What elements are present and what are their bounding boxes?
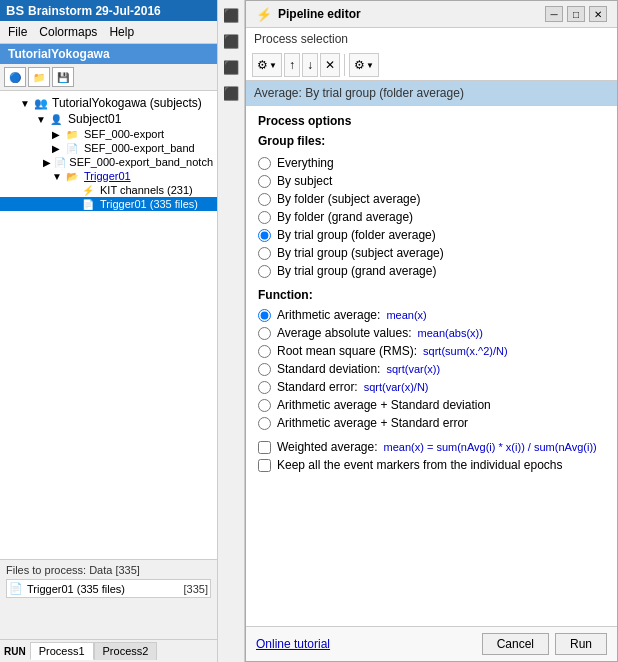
side-icon-3[interactable]: ⬛ — [220, 56, 242, 78]
side-icon-1[interactable]: ⬛ — [220, 4, 242, 26]
function-radios: Arithmetic average: mean(x) Average abso… — [258, 308, 605, 430]
expand-root[interactable]: ▼ — [20, 98, 34, 109]
radio-arith-stderr-label: Arithmetic average + Standard error — [277, 416, 468, 430]
tree-label-kit: KIT channels (231) — [100, 184, 193, 196]
maximize-button[interactable]: □ — [567, 6, 585, 22]
radio-by-subject[interactable]: By subject — [258, 174, 605, 188]
radio-by-trial-folder-label: By trial group (folder average) — [277, 228, 436, 242]
side-icons-panel: ⬛ ⬛ ⬛ ⬛ — [218, 0, 245, 662]
checkbox-weighted-avg-label: Weighted average: — [277, 440, 378, 454]
radio-by-trial-grand-input[interactable] — [258, 265, 271, 278]
radio-by-folder-grand-input[interactable] — [258, 211, 271, 224]
radio-by-folder-subject[interactable]: By folder (subject average) — [258, 192, 605, 206]
checkbox-weighted-avg[interactable]: Weighted average: mean(x) = sum(nAvg(i) … — [258, 440, 605, 454]
expand-raw1[interactable]: ▶ — [52, 143, 66, 154]
expand-subject01[interactable]: ▼ — [36, 114, 50, 125]
process-options-label: Process options — [258, 114, 605, 128]
tree-node-raw2[interactable]: ▶ 📄 SEF_000-export_band_notch — [0, 155, 217, 169]
menu-help[interactable]: Help — [107, 23, 136, 41]
move-down-button[interactable]: ↓ — [302, 53, 318, 77]
expand-trigger01[interactable]: ▼ — [52, 171, 66, 182]
process-toolbar: ⚙ ▼ ↑ ↓ ✕ ⚙ ▼ — [246, 50, 617, 81]
run-button[interactable]: Run — [555, 633, 607, 655]
tree-label-raw1: SEF_000-export_band — [84, 142, 195, 154]
raw-icon-2: 📄 — [54, 157, 67, 168]
gear-dropdown-button[interactable]: ⚙ ▼ — [252, 53, 282, 77]
checkbox-weighted-avg-input[interactable] — [258, 441, 271, 454]
formula-std-dev: sqrt(var(x)) — [386, 363, 440, 375]
radio-by-trial-folder-input[interactable] — [258, 229, 271, 242]
files-to-process-label: Files to process: Data [335] — [6, 564, 211, 576]
app-logo: BS — [6, 3, 24, 18]
radio-rms-input[interactable] — [258, 345, 271, 358]
radio-std-err-input[interactable] — [258, 381, 271, 394]
minimize-button[interactable]: ─ — [545, 6, 563, 22]
side-icon-4[interactable]: ⬛ — [220, 82, 242, 104]
radio-everything[interactable]: Everything — [258, 156, 605, 170]
checkbox-keep-events[interactable]: Keep all the event markers from the indi… — [258, 458, 605, 472]
tree-node-trigger01[interactable]: ▼ 📂 Trigger01 — [0, 169, 217, 183]
tree-btn-3[interactable]: 💾 — [52, 67, 74, 87]
radio-std-dev[interactable]: Standard deviation: sqrt(var(x)) — [258, 362, 605, 376]
tree-label-root: TutorialYokogawa (subjects) — [52, 96, 202, 110]
cancel-button[interactable]: Cancel — [482, 633, 549, 655]
radio-by-subject-input[interactable] — [258, 175, 271, 188]
radio-by-folder-grand[interactable]: By folder (grand average) — [258, 210, 605, 224]
formula-weighted: mean(x) = sum(nAvg(i) * x(i)) / sum(nAvg… — [384, 441, 597, 453]
expand-sef[interactable]: ▶ — [52, 129, 66, 140]
radio-arith-std-label: Arithmetic average + Standard deviation — [277, 398, 491, 412]
side-icon-2[interactable]: ⬛ — [220, 30, 242, 52]
tree-node-subject01[interactable]: ▼ 👤 Subject01 — [0, 111, 217, 127]
dialog-title-icon: ⚡ — [256, 7, 272, 22]
tree-node-root[interactable]: ▼ 👥 TutorialYokogawa (subjects) — [0, 95, 217, 111]
files-item-text: Trigger01 (335 files) — [27, 583, 180, 595]
tab-process1[interactable]: Process1 — [30, 642, 94, 660]
group-files-radios: Everything By subject By folder (subject… — [258, 156, 605, 278]
tree-label-trigger01: Trigger01 — [84, 170, 131, 182]
radio-everything-input[interactable] — [258, 157, 271, 170]
radio-arith-std[interactable]: Arithmetic average + Standard deviation — [258, 398, 605, 412]
formula-arith-mean: mean(x) — [386, 309, 426, 321]
close-button[interactable]: ✕ — [589, 6, 607, 22]
radio-arith-mean[interactable]: Arithmetic average: mean(x) — [258, 308, 605, 322]
radio-arith-stderr[interactable]: Arithmetic average + Standard error — [258, 416, 605, 430]
online-tutorial-button[interactable]: Online tutorial — [256, 637, 330, 651]
delete-button[interactable]: ✕ — [320, 53, 340, 77]
radio-by-trial-subject[interactable]: By trial group (subject average) — [258, 246, 605, 260]
radio-by-folder-subject-label: By folder (subject average) — [277, 192, 420, 206]
radio-by-trial-subject-input[interactable] — [258, 247, 271, 260]
tree-label-sef: SEF_000-export — [84, 128, 164, 140]
options-dropdown-button[interactable]: ⚙ ▼ — [349, 53, 379, 77]
radio-rms[interactable]: Root mean square (RMS): sqrt(sum(x.^2)/N… — [258, 344, 605, 358]
tree-btn-1[interactable]: 🔵 — [4, 67, 26, 87]
left-panel: BS Brainstorm 29-Jul-2016 File Colormaps… — [0, 0, 218, 662]
radio-arith-std-input[interactable] — [258, 399, 271, 412]
tree-node-sef[interactable]: ▶ 📁 SEF_000-export — [0, 127, 217, 141]
checkbox-keep-events-input[interactable] — [258, 459, 271, 472]
run-label: RUN — [4, 646, 26, 657]
radio-avg-abs-input[interactable] — [258, 327, 271, 340]
expand-raw2[interactable]: ▶ — [43, 157, 54, 168]
bottom-bar: RUN Process1 Process2 — [0, 639, 217, 662]
move-up-button[interactable]: ↑ — [284, 53, 300, 77]
t01files-icon: 📄 — [82, 199, 98, 210]
tree-node-raw1[interactable]: ▶ 📄 SEF_000-export_band — [0, 141, 217, 155]
options-icon: ⚙ — [354, 58, 365, 72]
menu-colormaps[interactable]: Colormaps — [37, 23, 99, 41]
radio-std-err[interactable]: Standard error: sqrt(var(x)/N) — [258, 380, 605, 394]
radio-by-trial-grand[interactable]: By trial group (grand average) — [258, 264, 605, 278]
radio-std-dev-input[interactable] — [258, 363, 271, 376]
group-files-label: Group files: — [258, 134, 325, 148]
radio-by-trial-folder[interactable]: By trial group (folder average) — [258, 228, 605, 242]
tree-node-kit[interactable]: ⚡ KIT channels (231) — [0, 183, 217, 197]
tab-process2[interactable]: Process2 — [94, 642, 158, 660]
menu-file[interactable]: File — [6, 23, 29, 41]
radio-arith-mean-input[interactable] — [258, 309, 271, 322]
app-header: BS Brainstorm 29-Jul-2016 — [0, 0, 217, 21]
radio-avg-abs[interactable]: Average absolute values: mean(abs(x)) — [258, 326, 605, 340]
radio-by-folder-subject-input[interactable] — [258, 193, 271, 206]
selected-process-display: Average: By trial group (folder average) — [246, 81, 617, 106]
tree-btn-2[interactable]: 📁 — [28, 67, 50, 87]
tree-node-trigger01-files[interactable]: 📄 Trigger01 (335 files) — [0, 197, 217, 211]
radio-arith-stderr-input[interactable] — [258, 417, 271, 430]
